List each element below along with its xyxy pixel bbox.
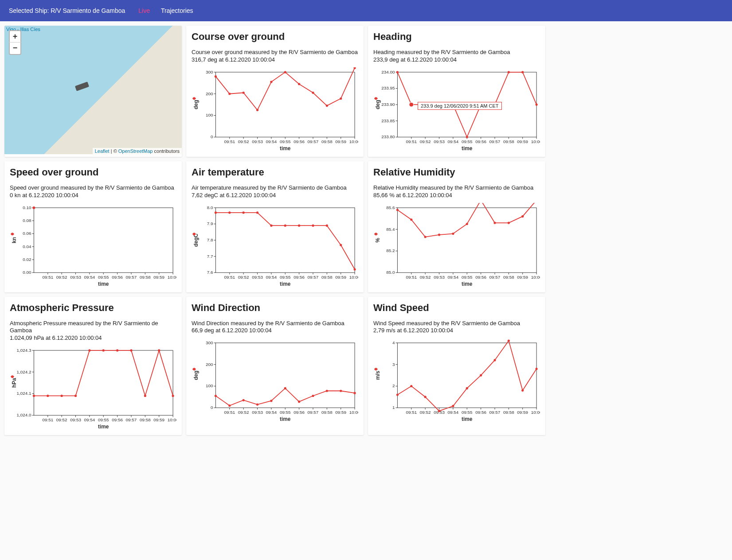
svg-text:09:57: 09:57 [126, 275, 137, 280]
svg-text:09:59: 09:59 [335, 275, 346, 280]
leaflet-link[interactable]: Leaflet [95, 148, 110, 154]
svg-point-90 [409, 102, 414, 107]
svg-text:09:55: 09:55 [462, 275, 473, 280]
svg-text:233.85: 233.85 [381, 118, 395, 123]
svg-text:0: 0 [211, 405, 213, 410]
svg-point-165 [228, 211, 231, 214]
svg-text:85.6: 85.6 [386, 205, 395, 210]
svg-text:09:55: 09:55 [280, 410, 291, 415]
map-attribution: Leaflet | © OpenStreetMap contributors [93, 148, 182, 154]
svg-text:09:53: 09:53 [70, 417, 81, 422]
svg-text:09:57: 09:57 [308, 410, 319, 415]
svg-point-296 [215, 395, 217, 397]
svg-point-295 [193, 368, 196, 371]
svg-text:09:59: 09:59 [153, 275, 164, 280]
svg-text:09:53: 09:53 [70, 275, 81, 280]
chart-speed[interactable]: 0.000.020.040.060.080.1009:5109:5209:530… [10, 203, 176, 287]
svg-point-255 [74, 395, 77, 397]
svg-text:09:55: 09:55 [462, 139, 473, 144]
chart-pressure[interactable]: 1,024.01,024.11,024.21,024.309:5109:5209… [10, 346, 176, 430]
svg-point-37 [270, 81, 272, 83]
svg-point-253 [47, 395, 49, 397]
svg-text:09:52: 09:52 [56, 275, 67, 280]
svg-text:7.8: 7.8 [207, 237, 213, 242]
svg-point-349 [521, 389, 524, 392]
card-speed: Speed over ground Speed over ground meas… [4, 161, 182, 292]
svg-point-298 [243, 399, 245, 401]
svg-text:09:56: 09:56 [112, 417, 123, 422]
svg-text:200: 200 [206, 91, 213, 96]
value-speed: 0 kn at 6.12.2020 10:00:04 [10, 192, 176, 199]
svg-text:09:59: 09:59 [335, 139, 346, 144]
svg-text:09:54: 09:54 [84, 275, 95, 280]
zoom-in-button[interactable]: + [9, 30, 21, 43]
svg-point-173 [340, 244, 342, 246]
svg-point-127 [11, 233, 14, 235]
card-winddir: Wind Direction Wind Direction measured b… [186, 297, 364, 436]
svg-text:09:59: 09:59 [517, 410, 528, 415]
nav-live[interactable]: Live [138, 7, 150, 14]
chart-airtemp[interactable]: 7.67.77.87.98.009:5109:5209:5309:5409:55… [192, 203, 358, 287]
value-course: 316,7 deg at 6.12.2020 10:00:04 [192, 56, 358, 64]
svg-text:09:57: 09:57 [308, 139, 319, 144]
svg-text:0: 0 [211, 134, 213, 139]
svg-text:85.4: 85.4 [386, 226, 395, 231]
map-card: Vigo - Illas Cíes + − Leaflet | © OpenSt… [4, 26, 182, 157]
svg-text:09:58: 09:58 [503, 410, 514, 415]
svg-text:09:59: 09:59 [335, 410, 346, 415]
svg-text:deg: deg [375, 100, 381, 109]
value-heading: 233,9 deg at 6.12.2020 10:00:04 [373, 56, 540, 64]
svg-point-341 [410, 385, 412, 387]
svg-point-343 [438, 410, 440, 412]
desc-airtemp: Air temperature measured by the R/V Sarm… [192, 184, 358, 192]
card-airtemp: Air temperature Air temperature measured… [186, 161, 364, 292]
svg-text:kn: kn [11, 237, 17, 243]
chart-winddir[interactable]: 010020030009:5109:5209:5309:5409:5509:56… [192, 338, 358, 422]
chart-course[interactable]: 010020030009:5109:5209:5309:5409:5509:56… [192, 67, 358, 152]
desc-speed: Speed over ground measured by the R/V Sa… [10, 184, 176, 192]
svg-text:09:55: 09:55 [280, 139, 291, 144]
svg-point-207 [375, 233, 377, 235]
svg-text:0.00: 0.00 [23, 270, 31, 275]
svg-point-305 [340, 390, 342, 392]
svg-point-300 [270, 400, 272, 402]
svg-point-258 [116, 350, 118, 352]
chart-humidity[interactable]: 85.085.285.485.609:5109:5209:5309:5409:5… [373, 203, 540, 287]
svg-text:300: 300 [206, 70, 213, 74]
osm-link[interactable]: OpenStreetMap [118, 148, 153, 154]
desc-humidity: Relative Humidity measured by the R/V Sa… [373, 184, 540, 192]
svg-text:1,024.1: 1,024.1 [17, 391, 31, 396]
svg-point-172 [326, 224, 328, 226]
app-header: Selected Ship: R/V Sarmiento de Gamboa L… [0, 0, 732, 21]
chart-windspeed[interactable]: 123409:5109:5209:5309:5409:5509:5609:570… [373, 338, 540, 422]
svg-text:09:54: 09:54 [448, 275, 459, 280]
svg-text:8.0: 8.0 [207, 205, 213, 210]
svg-point-42 [340, 97, 342, 100]
svg-text:09:56: 09:56 [294, 275, 305, 280]
svg-text:1,024.0: 1,024.0 [17, 413, 31, 418]
svg-point-350 [536, 368, 538, 370]
map-canvas[interactable]: Vigo - Illas Cíes + − Leaflet | © OpenSt… [4, 26, 182, 154]
card-humidity: Relative Humidity Relative Humidity meas… [368, 161, 545, 292]
svg-point-256 [88, 350, 90, 352]
svg-text:time: time [280, 281, 291, 287]
svg-text:09:53: 09:53 [252, 275, 263, 280]
svg-point-217 [521, 215, 524, 217]
svg-text:09:51: 09:51 [406, 410, 417, 415]
desc-windspeed: Wind Speed measured by the R/V Sarmiento… [373, 320, 540, 327]
svg-text:4: 4 [392, 340, 395, 345]
svg-point-260 [144, 395, 146, 397]
svg-text:233.80: 233.80 [381, 134, 395, 139]
desc-pressure: Atmospheric Pressure measured by the R/V… [10, 320, 176, 335]
nav-trajectories[interactable]: Trajectories [161, 7, 193, 14]
title-winddir: Wind Direction [192, 302, 358, 314]
svg-point-82 [438, 103, 440, 105]
desc-course: Course over ground measured by the R/V S… [192, 49, 358, 56]
title-airtemp: Air temperature [192, 167, 358, 178]
svg-text:09:51: 09:51 [224, 275, 235, 280]
svg-point-36 [256, 109, 258, 111]
zoom-out-button[interactable]: − [9, 43, 21, 55]
chart-heading[interactable]: 233.80233.85233.90233.95234.0009:5109:52… [373, 67, 540, 152]
svg-point-262 [172, 395, 174, 397]
svg-point-163 [193, 233, 196, 235]
